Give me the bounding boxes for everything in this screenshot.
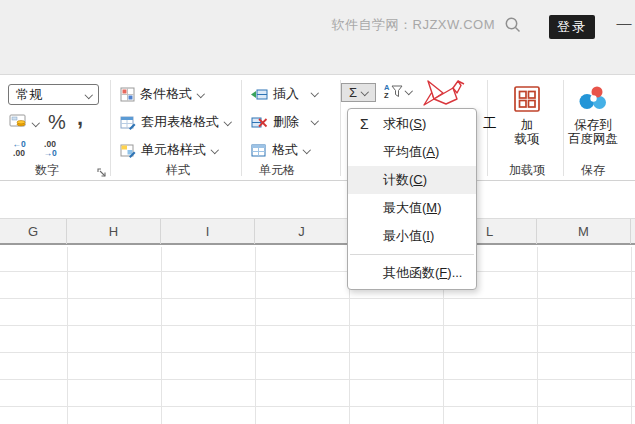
menu-item-min[interactable]: 最小值(I) bbox=[348, 222, 476, 250]
insert-cells-label: 插入 bbox=[273, 85, 299, 103]
menu-item-sum[interactable]: Σ 求和(S) bbox=[348, 110, 476, 138]
grid-line bbox=[0, 325, 635, 326]
paper-crane-icon bbox=[422, 78, 466, 108]
sigma-icon: Σ bbox=[360, 110, 369, 138]
column-header-h[interactable]: H bbox=[67, 219, 161, 244]
menu-separator bbox=[350, 254, 474, 255]
cells-group-label: 单元格 bbox=[249, 162, 305, 179]
grid-line bbox=[0, 379, 635, 380]
conditional-formatting-label: 条件格式 bbox=[140, 85, 192, 103]
chevron-down-icon[interactable] bbox=[311, 118, 318, 125]
chevron-down-icon bbox=[211, 147, 218, 154]
menu-item-label: 其他函数( bbox=[383, 265, 439, 280]
partially-hidden-label: 工 bbox=[483, 115, 497, 133]
menu-item-max[interactable]: 最大值(M) bbox=[348, 194, 476, 222]
autosum-button[interactable]: Σ bbox=[341, 83, 376, 102]
funnel-icon bbox=[391, 85, 403, 98]
delete-cells-button[interactable]: 删除 bbox=[251, 112, 299, 132]
delete-cells-icon bbox=[251, 115, 268, 130]
menu-item-label: 平均值( bbox=[383, 144, 426, 159]
addins-grid-icon bbox=[513, 85, 541, 113]
insert-cells-button[interactable]: 插入 bbox=[251, 84, 299, 104]
menu-item-label: 最大值( bbox=[383, 200, 426, 215]
menu-item-label: ) bbox=[430, 228, 434, 243]
menu-item-label: 求和( bbox=[383, 116, 413, 131]
conditional-formatting-icon bbox=[120, 87, 135, 102]
menu-item-hotkey: C bbox=[413, 172, 422, 187]
number-dialog-launcher[interactable] bbox=[96, 164, 107, 182]
format-cells-button[interactable]: 格式 bbox=[251, 140, 310, 160]
format-as-table-button[interactable]: 套用表格格式 bbox=[120, 112, 231, 132]
group-separator bbox=[110, 80, 111, 176]
delete-cells-label: 删除 bbox=[273, 113, 299, 131]
grid-line bbox=[67, 247, 68, 424]
chevron-down-icon bbox=[361, 89, 368, 96]
save-group-label: 保存 bbox=[565, 162, 621, 179]
sort-az-icon: A Z bbox=[384, 84, 389, 99]
minimize-button[interactable]: — bbox=[615, 14, 633, 31]
format-as-table-label: 套用表格格式 bbox=[141, 113, 219, 131]
chevron-down-icon bbox=[197, 91, 204, 98]
grid-line bbox=[0, 352, 635, 353]
chevron-down-icon bbox=[405, 88, 412, 95]
increase-decimal-bottom: .00 bbox=[13, 149, 25, 158]
menu-item-count[interactable]: 计数(C) bbox=[348, 166, 476, 194]
menu-item-label: ) bbox=[437, 200, 441, 215]
increase-decimal-button[interactable]: ←0 .00 bbox=[6, 140, 32, 158]
column-header-j[interactable]: J bbox=[255, 219, 349, 244]
column-header-i[interactable]: I bbox=[161, 219, 255, 244]
percent-style-button[interactable]: % bbox=[48, 111, 66, 134]
autosum-dropdown-menu: Σ 求和(S) 平均值(A) 计数(C) 最大值(M) 最小值(I) 其他函数(… bbox=[347, 108, 477, 290]
grid-line bbox=[631, 247, 632, 424]
accounting-format-button[interactable] bbox=[9, 113, 29, 134]
styles-group-label: 样式 bbox=[150, 162, 206, 179]
baidu-netdisk-icon bbox=[578, 84, 608, 112]
format-cells-icon bbox=[251, 143, 267, 158]
sigma-icon: Σ bbox=[349, 85, 357, 100]
group-separator bbox=[241, 80, 242, 176]
menu-item-average[interactable]: 平均值(A) bbox=[348, 138, 476, 166]
number-format-value: 常规 bbox=[16, 87, 42, 102]
menu-item-label: ) bbox=[423, 172, 427, 187]
column-header-g[interactable]: G bbox=[0, 219, 67, 244]
menu-item-hotkey: A bbox=[426, 144, 435, 159]
decrease-decimal-bottom: →0 bbox=[43, 149, 56, 158]
paper-crane-addin-button[interactable] bbox=[422, 78, 466, 112]
grid-line bbox=[0, 406, 635, 407]
decrease-decimal-button[interactable]: .00 →0 bbox=[37, 140, 63, 158]
format-as-table-icon bbox=[120, 115, 136, 130]
menu-item-more-functions[interactable]: 其他函数(F)... bbox=[348, 259, 476, 287]
conditional-formatting-button[interactable]: 条件格式 bbox=[120, 84, 204, 104]
grid-line bbox=[537, 247, 538, 424]
chevron-down-icon[interactable] bbox=[311, 90, 318, 97]
insert-cells-icon bbox=[251, 87, 268, 102]
chevron-down-icon[interactable] bbox=[32, 120, 39, 127]
chevron-down-icon bbox=[224, 119, 231, 126]
login-button[interactable]: 登录 bbox=[549, 15, 595, 39]
sort-filter-button[interactable]: A Z bbox=[384, 84, 412, 99]
search-icon[interactable] bbox=[504, 16, 522, 38]
cell-styles-icon bbox=[120, 143, 136, 158]
menu-item-label: )... bbox=[447, 265, 462, 280]
cell-styles-button[interactable]: 单元格样式 bbox=[120, 140, 218, 160]
menu-item-hotkey: M bbox=[426, 200, 437, 215]
number-format-select[interactable]: 常规 bbox=[8, 84, 99, 105]
baidu-netdisk-label[interactable]: 保存到 百度网盘 bbox=[563, 118, 623, 146]
addins-button[interactable] bbox=[513, 85, 541, 117]
baidu-netdisk-button[interactable] bbox=[578, 84, 608, 116]
addins-button-label[interactable]: 加 载项 bbox=[507, 118, 547, 146]
column-header-m[interactable]: M bbox=[537, 219, 631, 244]
accounting-number-icon bbox=[9, 113, 29, 130]
grid-line bbox=[0, 271, 635, 272]
menu-item-label: 计数( bbox=[383, 172, 413, 187]
chevron-down-icon bbox=[85, 92, 92, 99]
grid-line bbox=[255, 247, 256, 424]
menu-item-hotkey: S bbox=[413, 116, 422, 131]
menu-item-label: ) bbox=[435, 144, 439, 159]
site-watermark: 软件自学网：RJZXW.COM bbox=[250, 16, 495, 34]
grid-line bbox=[0, 298, 635, 299]
menu-item-label: 最小值( bbox=[383, 228, 426, 243]
cell-styles-label: 单元格样式 bbox=[141, 141, 206, 159]
comma-style-button[interactable]: , bbox=[77, 105, 83, 131]
addins-group-label: 加载项 bbox=[499, 162, 555, 179]
